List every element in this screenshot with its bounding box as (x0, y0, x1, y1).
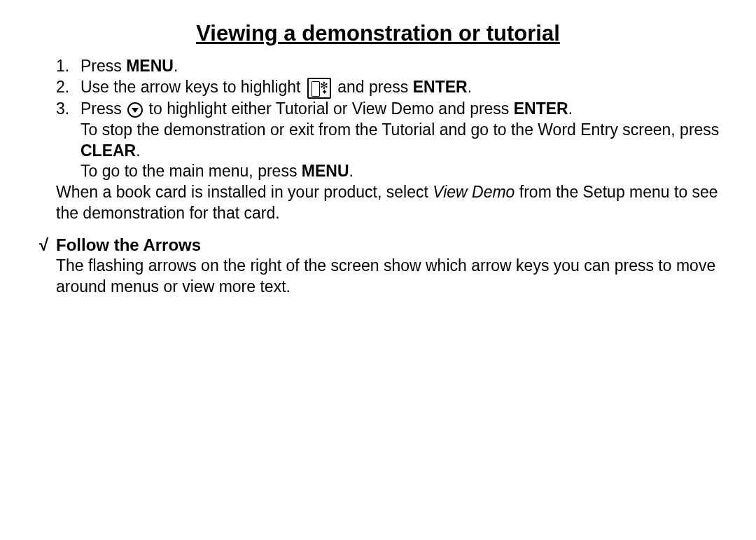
key-enter: ENTER (514, 99, 568, 118)
text: Press (80, 99, 126, 118)
text: To go to the main menu, press (80, 162, 302, 180)
step-text: Use the arrow keys to highlight ✦ and pr… (80, 77, 721, 99)
heading-text: Follow the Arrows (56, 235, 201, 254)
step-text: Press MENU. (80, 56, 721, 77)
note: When a book card is installed in your pr… (56, 182, 721, 224)
text: Press (80, 57, 126, 75)
step-number: 3. (56, 99, 80, 183)
key-clear: CLEAR (80, 141, 136, 160)
page-title: Viewing a demonstration or tutorial (35, 21, 721, 46)
text: . (136, 141, 140, 160)
instructions: 1. Press MENU. 2. Use the arrow keys to … (35, 56, 721, 298)
text: and press (333, 78, 413, 96)
text: Use the arrow keys to highlight (80, 78, 305, 96)
checkmark-icon: √ (39, 234, 56, 256)
step-2: 2. Use the arrow keys to highlight ✦ and… (56, 77, 721, 99)
step-text: Press to highlight either Tutorial or Vi… (80, 99, 721, 183)
step-1: 1. Press MENU. (56, 56, 721, 77)
section-body: The flashing arrows on the right of the … (56, 256, 721, 298)
view-demo-italic: View Demo (433, 183, 514, 201)
text: To stop the demonstration or exit from t… (80, 120, 719, 139)
key-enter: ENTER (413, 78, 468, 96)
text: . (568, 99, 573, 118)
key-menu: MENU (302, 162, 349, 180)
text: to highlight either Tutorial or View Dem… (144, 99, 514, 118)
text: . (468, 78, 472, 96)
key-menu: MENU (126, 57, 174, 75)
step-3: 3. Press to highlight either Tutorial or… (56, 99, 721, 183)
down-arrow-icon (127, 102, 143, 118)
text: . (349, 162, 354, 180)
section-heading: √Follow the Arrows (39, 234, 721, 256)
step-number: 1. (56, 56, 80, 77)
text: When a book card is installed in your pr… (56, 183, 433, 201)
step-number: 2. (56, 77, 80, 99)
text: . (174, 57, 178, 75)
tools-icon: ✦ (307, 78, 331, 99)
